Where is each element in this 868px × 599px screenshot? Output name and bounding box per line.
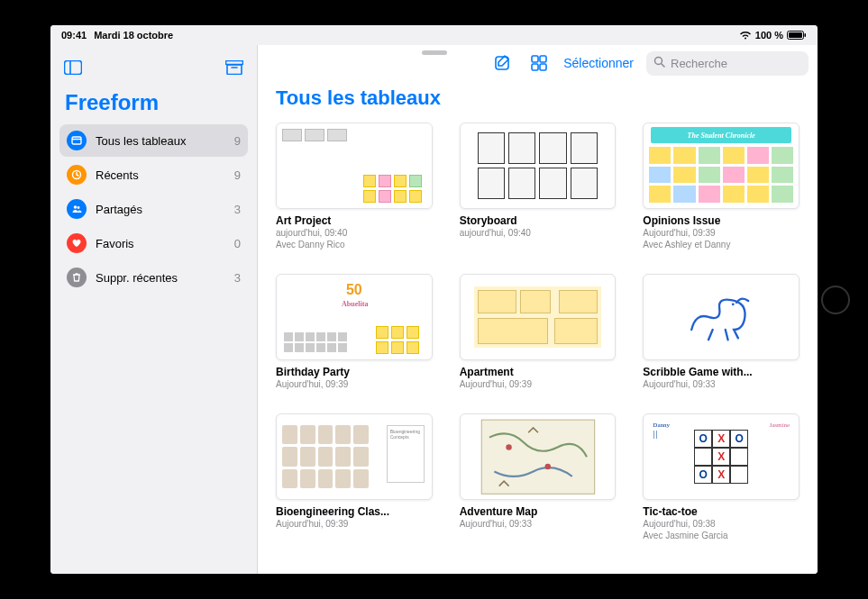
boards-icon	[67, 131, 87, 150]
board-card[interactable]: 50 Abuelita Birthday Party Aujourd'hui, …	[276, 274, 433, 390]
status-date: Mardi 18 octobre	[94, 30, 173, 41]
section-heading: Tous les tableaux	[258, 81, 818, 123]
boards-grid: Art Project aujourd'hui, 09:40 Avec Dann…	[258, 123, 818, 559]
board-date: Aujourd'hui, 09:39	[276, 518, 433, 530]
sidebar-item-count: 0	[234, 237, 241, 250]
view-mode-button[interactable]	[527, 51, 551, 75]
board-date: Aujourd'hui, 09:38	[643, 518, 799, 530]
board-title: Bioengineering Clas...	[276, 505, 433, 518]
new-board-button[interactable]	[491, 51, 515, 75]
board-thumbnail	[460, 123, 617, 209]
search-box[interactable]	[646, 51, 809, 76]
sidebar-item-count: 3	[234, 271, 241, 285]
sidebar-item-count: 9	[234, 134, 241, 148]
svg-point-18	[655, 58, 662, 65]
board-thumbnail	[460, 413, 617, 500]
svg-rect-16	[532, 64, 538, 70]
board-title: Art Project	[276, 214, 433, 227]
board-date: Aujourd'hui, 09:33	[643, 378, 799, 390]
board-title: Storyboard	[460, 214, 617, 227]
board-card[interactable]: Adventure Map Aujourd'hui, 09:33	[460, 413, 617, 541]
svg-rect-6	[227, 65, 242, 75]
main-content: Sélectionner Tous les tableaux	[258, 45, 818, 574]
board-title: Scribble Game with...	[643, 366, 799, 378]
svg-rect-3	[65, 61, 82, 75]
sidebar: Freeform Tous les tableaux 9 Récents	[50, 45, 258, 574]
sidebar-item-recently-deleted[interactable]: Suppr. récentes 3	[59, 261, 248, 294]
status-time: 09:41	[61, 30, 87, 41]
board-shared: Avec Jasmine Garcia	[643, 530, 799, 541]
heart-icon	[67, 233, 87, 253]
board-title: Tic-tac-toe	[643, 505, 799, 518]
svg-rect-22	[481, 420, 594, 494]
svg-rect-14	[532, 56, 538, 62]
svg-point-24	[544, 464, 550, 469]
search-icon	[653, 56, 665, 70]
board-card[interactable]: Danny|| Jasmine OXO X OX Tic-tac-toe Auj…	[643, 413, 799, 541]
board-thumbnail: 50 Abuelita	[276, 274, 433, 360]
board-card[interactable]: The Student Chronicle Opinions Issue Auj…	[643, 123, 799, 250]
sidebar-item-favorites[interactable]: Favoris 0	[59, 227, 248, 259]
sidebar-item-label: Partagés	[96, 203, 225, 216]
chronicle-banner: The Student Chronicle	[651, 127, 791, 143]
board-thumbnail: Bioengineering Concepts	[276, 413, 433, 500]
board-card[interactable]: Scribble Game with... Aujourd'hui, 09:33	[643, 274, 799, 390]
wifi-icon	[739, 31, 752, 40]
svg-rect-5	[226, 61, 243, 65]
trash-icon	[67, 268, 87, 287]
svg-point-12	[78, 206, 80, 209]
ttt-player2: Jasmine	[769, 422, 790, 429]
birthday-number: 50	[346, 282, 362, 298]
board-title: Apartment	[460, 366, 617, 378]
archive-button[interactable]	[223, 56, 246, 79]
sidebar-item-label: Suppr. récentes	[96, 271, 225, 285]
svg-rect-15	[540, 56, 546, 62]
svg-rect-1	[789, 32, 802, 38]
board-card[interactable]: Art Project aujourd'hui, 09:40 Avec Dann…	[276, 123, 433, 250]
board-date: Aujourd'hui, 09:33	[460, 518, 617, 530]
board-thumbnail	[460, 274, 617, 360]
sidebar-item-label: Récents	[96, 168, 225, 182]
svg-point-21	[732, 303, 735, 305]
home-button[interactable]	[821, 286, 850, 314]
board-date: Aujourd'hui, 09:39	[460, 378, 617, 390]
battery-percent: 100 %	[755, 30, 783, 41]
board-thumbnail: Danny|| Jasmine OXO X OX	[643, 413, 799, 500]
board-card[interactable]: Apartment Aujourd'hui, 09:39	[460, 274, 617, 390]
sidebar-item-label: Favoris	[96, 237, 225, 250]
sidebar-item-shared[interactable]: Partagés 3	[59, 193, 248, 225]
sidebar-toggle-button[interactable]	[61, 56, 85, 79]
clock-icon	[67, 165, 87, 185]
svg-point-23	[506, 444, 511, 449]
board-title: Adventure Map	[460, 505, 617, 518]
bio-note-title: Bioengineering Concepts	[387, 425, 425, 483]
status-bar: 09:41 Mardi 18 octobre 100 %	[50, 25, 818, 45]
board-card[interactable]: Storyboard aujourd'hui, 09:40	[460, 123, 617, 250]
svg-line-19	[662, 64, 664, 67]
app-title: Freeform	[59, 88, 248, 124]
board-title: Opinions Issue	[643, 214, 799, 227]
svg-rect-17	[540, 64, 546, 70]
sidebar-item-all-boards[interactable]: Tous les tableaux 9	[59, 124, 248, 157]
search-input[interactable]	[671, 57, 818, 70]
birthday-subtitle: Abuelita	[342, 300, 368, 308]
board-card[interactable]: Bioengineering Concepts Bioengineering C…	[276, 413, 433, 541]
multitask-handle[interactable]	[422, 50, 447, 55]
board-date: aujourd'hui, 09:40	[460, 227, 617, 239]
board-date: aujourd'hui, 09:40	[276, 227, 433, 239]
sidebar-item-count: 9	[234, 168, 241, 182]
board-date: Aujourd'hui, 09:39	[276, 378, 433, 390]
board-title: Birthday Party	[276, 366, 433, 378]
svg-rect-2	[805, 33, 807, 37]
board-date: Aujourd'hui, 09:39	[643, 227, 799, 239]
board-shared: Avec Danny Rico	[276, 239, 433, 250]
board-thumbnail: The Student Chronicle	[643, 123, 799, 209]
sidebar-item-recents[interactable]: Récents 9	[59, 159, 248, 191]
board-shared: Avec Ashley et Danny	[643, 239, 799, 250]
sidebar-item-label: Tous les tableaux	[96, 134, 225, 148]
board-thumbnail	[276, 123, 433, 209]
svg-point-11	[74, 205, 78, 209]
select-button[interactable]: Sélectionner	[563, 56, 634, 70]
board-thumbnail	[643, 274, 799, 360]
svg-rect-8	[72, 137, 81, 144]
